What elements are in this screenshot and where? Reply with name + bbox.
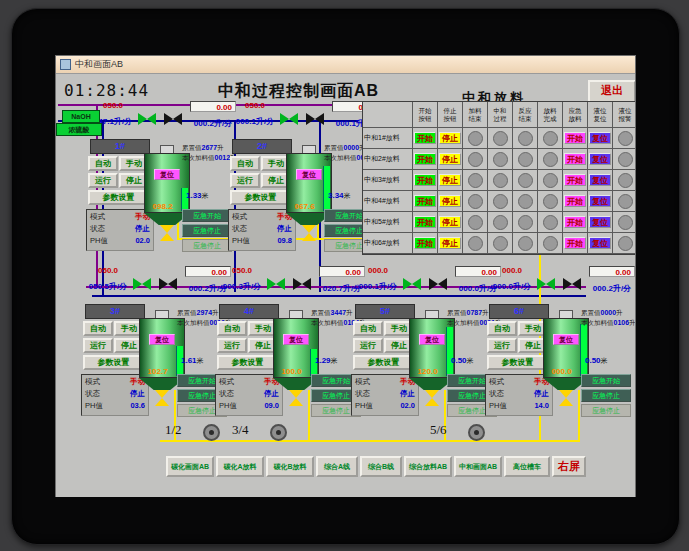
status-indicator <box>543 152 558 167</box>
reset-button[interactable]: 复位 <box>589 195 611 207</box>
flow-setpoint-value: 000.0 <box>347 266 409 275</box>
tank-nozzle <box>425 310 439 318</box>
params-button[interactable]: 参数设置 <box>353 355 414 370</box>
ph-row: PH值03.6 <box>85 400 145 412</box>
run-button[interactable]: 运行 <box>487 338 517 353</box>
stop-button[interactable]: 停止 <box>439 174 461 186</box>
auto-button[interactable]: 自动 <box>353 321 383 336</box>
params-button[interactable]: 参数设置 <box>217 355 278 370</box>
tank-reset-button[interactable]: 复位 <box>283 334 309 345</box>
nav-button-9[interactable]: 右屏 <box>552 456 586 477</box>
tank-reset-button[interactable]: 复位 <box>553 334 579 345</box>
reset-button[interactable]: 复位 <box>589 132 611 144</box>
nav-button-8[interactable]: 高位槽车 <box>504 456 550 477</box>
run-button[interactable]: 运行 <box>217 338 247 353</box>
outlet-valve-icon[interactable] <box>302 225 316 241</box>
inlet-valve-icon[interactable] <box>403 278 421 290</box>
feed-valve-icon[interactable] <box>429 278 447 290</box>
params-button[interactable]: 参数设置 <box>88 190 149 205</box>
tank-value: 100.0 <box>274 367 309 376</box>
run-button[interactable]: 运行 <box>230 173 260 188</box>
feed-valve-icon[interactable] <box>159 278 177 290</box>
start-button[interactable]: 开始 <box>414 237 436 249</box>
params-button[interactable]: 参数设置 <box>487 355 548 370</box>
nav-button-3[interactable]: 碳化B放料 <box>266 456 314 477</box>
nav-button-2[interactable]: 碳化A放料 <box>216 456 264 477</box>
stop-button[interactable]: 停止 <box>439 195 461 207</box>
start-button[interactable]: 开始 <box>414 132 436 144</box>
table-cell <box>613 233 635 254</box>
column-header-line1: 应急 <box>569 107 582 115</box>
tank-reset-button[interactable]: 复位 <box>419 334 445 345</box>
unit-buttons: 自动手动运行停止参数设置 <box>83 321 145 372</box>
feed-valve-icon[interactable] <box>164 113 182 125</box>
stop-button[interactable]: 停止 <box>439 153 461 165</box>
flow-actual-line: 000.3升/分 <box>211 275 273 293</box>
table-cell: 停止 <box>438 191 463 212</box>
stop-button[interactable]: 停止 <box>439 237 461 249</box>
start-button[interactable]: 开始 <box>414 174 436 186</box>
run-button[interactable]: 运行 <box>353 338 383 353</box>
emergency-discharge-button[interactable]: 开始 <box>564 153 586 165</box>
total-value: 0000 <box>601 309 617 316</box>
stop-button[interactable]: 停止 <box>439 216 461 228</box>
nav-button-4[interactable]: 综合A线 <box>316 456 358 477</box>
column-header-line1: 液位 <box>594 107 607 115</box>
nav-button-6[interactable]: 综合放料AB <box>404 456 452 477</box>
inlet-valve-icon[interactable] <box>138 113 156 125</box>
window-titlebar[interactable]: 中和画面AB <box>56 56 635 74</box>
tank-unit-6: 000.0000.0升/分0.00000.2升/分6#自动手动运行停止参数设置模… <box>481 264 635 424</box>
emergency-discharge-button[interactable]: 开始 <box>564 195 586 207</box>
emergency-discharge-button[interactable]: 开始 <box>564 216 586 228</box>
run-button[interactable]: 运行 <box>83 338 113 353</box>
inlet-valve-icon[interactable] <box>280 113 298 125</box>
reset-button[interactable]: 复位 <box>589 237 611 249</box>
level-readout: 1.61米 <box>181 356 204 366</box>
auto-button[interactable]: 自动 <box>217 321 247 336</box>
feed-valve-icon[interactable] <box>306 113 324 125</box>
params-button[interactable]: 参数设置 <box>230 190 291 205</box>
feed-valve-icon[interactable] <box>293 278 311 290</box>
start-button[interactable]: 开始 <box>414 153 436 165</box>
status-indicator <box>493 215 508 230</box>
tank-reset-button[interactable]: 复位 <box>296 169 322 180</box>
totals-readout: 累置值0000升本次加料值0106升 <box>581 308 635 328</box>
emergency-discharge-button[interactable]: 开始 <box>564 174 586 186</box>
tank-reset-button[interactable]: 复位 <box>154 169 180 180</box>
auto-button[interactable]: 自动 <box>88 156 118 171</box>
inlet-valve-icon[interactable] <box>267 278 285 290</box>
tank-reset-button[interactable]: 复位 <box>149 334 175 345</box>
flow-readout: 000.0000.0升/分 <box>481 266 543 293</box>
emergency-stop-button[interactable]: 应急停止 <box>581 389 631 402</box>
start-button[interactable]: 开始 <box>414 195 436 207</box>
mode-row: 模式手动 <box>355 376 415 388</box>
column-header: 液位报警 <box>613 102 635 128</box>
auto-button[interactable]: 自动 <box>230 156 260 171</box>
stop-button[interactable]: 停止 <box>439 132 461 144</box>
nav-button-1[interactable]: 碳化画面AB <box>166 456 214 477</box>
reset-button[interactable]: 复位 <box>589 174 611 186</box>
start-button[interactable]: 开始 <box>414 216 436 228</box>
tank-nozzle <box>559 310 573 318</box>
outlet-valve-icon[interactable] <box>559 390 573 406</box>
outlet-valve-icon[interactable] <box>160 225 174 241</box>
reset-button[interactable]: 复位 <box>589 216 611 228</box>
params-button[interactable]: 参数设置 <box>83 355 144 370</box>
nav-button-5[interactable]: 综合B线 <box>360 456 402 477</box>
emergency-discharge-button[interactable]: 开始 <box>564 132 586 144</box>
emergency-start-button[interactable]: 应急开始 <box>581 374 631 387</box>
auto-button[interactable]: 自动 <box>487 321 517 336</box>
outlet-valve-icon[interactable] <box>289 390 303 406</box>
feed-valve-icon[interactable] <box>563 278 581 290</box>
inlet-valve-icon[interactable] <box>133 278 151 290</box>
emergency-discharge-button[interactable]: 开始 <box>564 237 586 249</box>
mode-label: 模式 <box>489 376 504 388</box>
nav-button-7[interactable]: 中和画面AB <box>454 456 502 477</box>
reset-button[interactable]: 复位 <box>589 153 611 165</box>
outlet-valve-icon[interactable] <box>425 390 439 406</box>
emergency-buttons: 应急开始应急停止应急停止 <box>581 374 631 419</box>
auto-button[interactable]: 自动 <box>83 321 113 336</box>
run-button[interactable]: 运行 <box>88 173 118 188</box>
outlet-valve-icon[interactable] <box>155 390 169 406</box>
inlet-valve-icon[interactable] <box>537 278 555 290</box>
